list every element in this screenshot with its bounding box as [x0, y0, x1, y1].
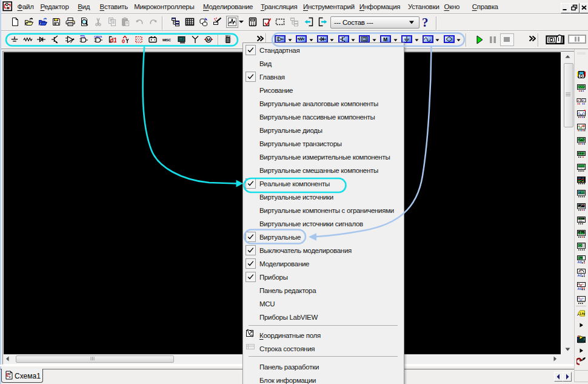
svg-text:01: 01 — [581, 190, 584, 194]
svg-text:CMOS: CMOS — [94, 35, 102, 38]
svg-text:MISC: MISC — [162, 38, 172, 42]
svg-text:0: 0 — [122, 38, 125, 44]
svg-text:123: 123 — [579, 152, 585, 156]
svg-text:M: M — [207, 37, 211, 42]
svg-text:AG: AG — [578, 287, 583, 291]
svg-text:AG: AG — [578, 260, 583, 264]
svg-text:AG: AG — [578, 274, 583, 277]
svg-text:TTL: TTL — [80, 35, 85, 38]
svg-text:M: M — [383, 36, 387, 42]
svg-text:1010: 1010 — [578, 164, 585, 167]
svg-text:1.4v: 1.4v — [580, 312, 585, 315]
svg-text:d1: d1 — [110, 37, 117, 44]
